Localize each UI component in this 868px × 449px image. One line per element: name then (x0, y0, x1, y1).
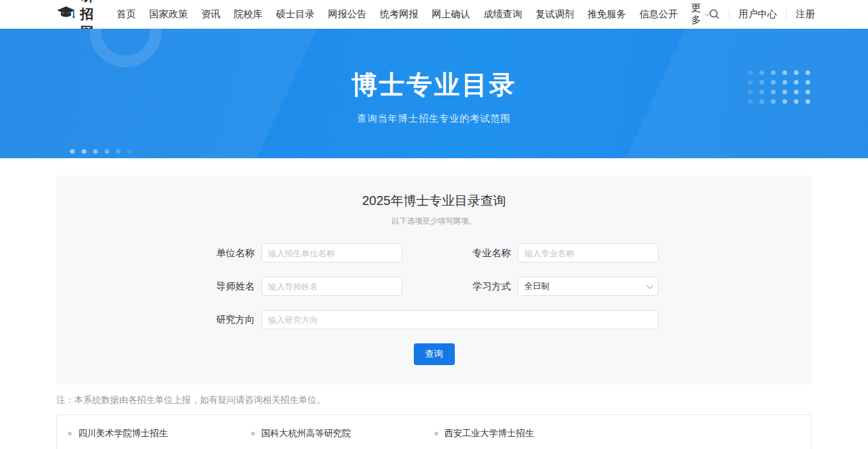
nav-item-news[interactable]: 资讯 (201, 8, 220, 20)
query-panel: 2025年博士专业目录查询 以下选项至少填写两项。 单位名称 专业名称 导师姓名… (56, 176, 812, 384)
decorative-dot-grid (742, 66, 811, 104)
related-link-ucas-hangzhou[interactable]: 国科大杭州高等研究院 (251, 428, 434, 439)
nav-right-group: 用户中心 注册 (708, 8, 815, 20)
nav-item-exemption-service[interactable]: 推免服务 (587, 8, 626, 20)
query-panel-title: 2025年博士专业目录查询 (56, 192, 812, 209)
search-icon[interactable] (708, 8, 720, 20)
data-source-note: 注：本系统数据由各招生单位上报，如有疑问请咨询相关招生单位。 (56, 395, 812, 406)
study-mode-select[interactable]: 全日制 (518, 277, 659, 296)
research-direction-input[interactable] (261, 310, 659, 329)
decorative-dot-grid (64, 145, 133, 158)
research-direction-label: 研究方向 (210, 314, 255, 326)
nav-item-national-policy[interactable]: 国家政策 (149, 8, 188, 20)
unit-name-input[interactable] (261, 243, 402, 263)
related-link-xian-tech[interactable]: 西安工业大学博士招生 (434, 428, 618, 439)
query-panel-hint: 以下选项至少填写两项。 (56, 216, 812, 227)
nav-links: 首页 国家政策 资讯 院校库 硕士目录 网报公告 统考网报 网上确认 成绩查询 … (117, 2, 708, 26)
nav-item-more[interactable]: 更多 (691, 2, 708, 26)
nav-item-school-library[interactable]: 院校库 (234, 8, 263, 20)
nav-item-online-report-notice[interactable]: 网报公告 (328, 8, 366, 20)
bullet-icon (434, 432, 438, 436)
bullet-icon (251, 432, 255, 436)
register-link[interactable]: 注册 (796, 8, 815, 20)
bullet-icon (68, 432, 72, 436)
related-link-sichuan-fine-arts[interactable]: 四川美术学院博士招生 (68, 428, 251, 439)
page-title: 博士专业目录 (352, 67, 517, 102)
decorative-ring (90, 29, 161, 67)
tutor-name-input[interactable] (261, 277, 402, 296)
nav-item-home[interactable]: 首页 (117, 8, 136, 20)
major-name-label: 专业名称 (466, 247, 511, 259)
hero-banner: 博士专业目录 查询当年博士招生专业的考试范围 (0, 29, 868, 158)
study-mode-value: 全日制 (525, 281, 550, 292)
tutor-name-label: 导师姓名 (210, 281, 255, 293)
nav-item-unified-exam-report[interactable]: 统考网报 (380, 8, 418, 20)
graduation-cap-icon (56, 5, 76, 23)
related-links-box: 四川美术学院博士招生 国科大杭州高等研究院 西安工业大学博士招生 (56, 414, 812, 449)
divider (786, 10, 787, 19)
unit-name-label: 单位名称 (210, 247, 255, 259)
chevron-down-icon (646, 282, 653, 289)
nav-item-online-confirmation[interactable]: 网上确认 (432, 8, 470, 20)
nav-item-info-disclosure[interactable]: 信息公开 (639, 8, 678, 20)
divider (729, 10, 730, 19)
user-center-link[interactable]: 用户中心 (739, 8, 777, 20)
study-mode-label: 学习方式 (466, 281, 511, 293)
top-navigation-bar: 研招网 首页 国家政策 资讯 院校库 硕士目录 网报公告 统考网报 网上确认 成… (0, 0, 868, 29)
page-subtitle: 查询当年博士招生专业的考试范围 (357, 113, 511, 125)
nav-item-reexam-adjustment[interactable]: 复试调剂 (536, 8, 574, 20)
query-submit-button[interactable]: 查询 (414, 343, 455, 365)
nav-item-score-query[interactable]: 成绩查询 (484, 8, 522, 20)
query-form: 单位名称 专业名称 导师姓名 学习方式 全日制 研究 (210, 243, 659, 365)
major-name-input[interactable] (518, 243, 659, 263)
nav-item-master-catalog[interactable]: 硕士目录 (276, 8, 315, 20)
